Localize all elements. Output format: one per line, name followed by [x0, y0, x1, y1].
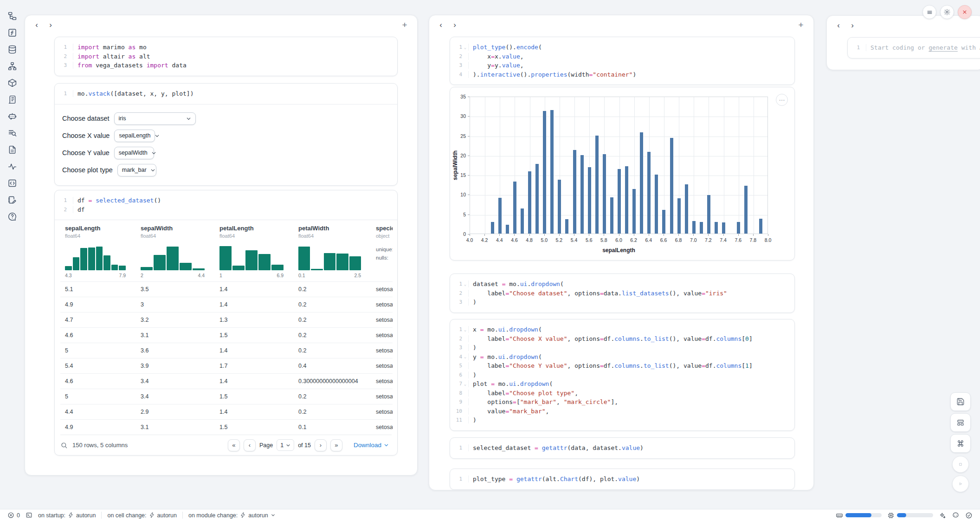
code-cell-plot[interactable]: 1⌄plot_type().encode(2 x=x.value,3 y=y.v… [450, 37, 795, 85]
code-line[interactable]: 1selected_dataset = getattr(data, datase… [450, 443, 794, 453]
column-header-petalLength[interactable]: petalLengthfloat6416.9 [215, 225, 294, 278]
column-collapse-left-button[interactable]: ‹ [31, 19, 43, 31]
outline-icon[interactable] [7, 95, 17, 104]
code-line[interactable]: 2df [55, 205, 397, 215]
code-cell-imports[interactable]: 1import marimo as mo2import altair as al… [54, 37, 398, 76]
column-expand-right-button[interactable]: › [45, 19, 57, 31]
code-line[interactable]: 1⌄plot_type().encode( [450, 43, 794, 52]
code-line[interactable]: 3 y=y.value, [450, 61, 794, 70]
terminal-button[interactable] [26, 512, 32, 519]
dropdown-choose-plot-type[interactable]: mark_bar [117, 164, 156, 176]
chart-bar[interactable] [521, 208, 524, 234]
copilot-status-button[interactable] [952, 511, 960, 519]
code-line[interactable]: 4).interactive().properties(width="conta… [450, 70, 794, 79]
scratchpad-icon[interactable] [7, 195, 17, 205]
prev-page-button[interactable]: ‹ [244, 439, 256, 451]
chart-bar[interactable] [647, 152, 651, 234]
snippets-icon[interactable] [7, 178, 17, 188]
stop-execution-button[interactable] [952, 456, 969, 473]
chart-bar[interactable] [543, 111, 546, 234]
code-line[interactable]: 4⌄y = mo.ui.dropdown( [450, 352, 794, 362]
on-cell-change-setting[interactable]: on cell change: autorun [107, 512, 177, 519]
column-collapse-left-button[interactable]: ‹ [832, 20, 845, 32]
fold-marker-icon[interactable]: ⌄ [462, 382, 468, 386]
code-line[interactable]: 1plot_type = getattr(alt.Chart(df), plot… [450, 475, 794, 484]
dropdown-choose-y-value[interactable]: sepalWidth [114, 147, 154, 159]
column-header-sepalLength[interactable]: sepalLengthfloat644.37.9 [60, 225, 136, 278]
column-expand-right-button[interactable]: › [846, 20, 858, 32]
chart-bar[interactable] [610, 197, 613, 234]
empty-code-cell[interactable]: 1 Start coding or generate with AI. [847, 37, 980, 59]
on-module-change-setting[interactable]: on module change: autorun [188, 512, 276, 519]
packages-icon[interactable] [7, 78, 17, 88]
chart-bar[interactable] [595, 136, 599, 234]
run-all-button[interactable] [952, 475, 969, 492]
fold-marker-icon[interactable]: ⌄ [462, 45, 468, 50]
documentation-icon[interactable] [7, 145, 17, 155]
code-line[interactable]: 1⌄dataset = mo.ui.dropdown( [450, 280, 794, 289]
app-layout-button[interactable] [950, 413, 971, 432]
chart-bar[interactable] [513, 182, 516, 234]
table-search-icon[interactable] [60, 442, 68, 449]
code-cell-vstack[interactable]: 1mo.vstack([dataset, x, y, plot]) Choose… [54, 83, 398, 186]
datasources-icon[interactable] [7, 45, 17, 54]
first-page-button[interactable]: « [228, 439, 240, 451]
chart-bar[interactable] [707, 195, 710, 234]
code-line[interactable]: 1mo.vstack([dataset, x, y, plot]) [55, 89, 397, 98]
add-cell-button[interactable]: + [795, 19, 807, 31]
column-expand-right-button[interactable]: › [449, 19, 461, 31]
code-cell-xy-plot-dropdowns[interactable]: 1⌄x = mo.ui.dropdown(2 label="Choose X v… [450, 319, 795, 431]
chart-bar[interactable] [670, 138, 673, 234]
fold-marker-icon[interactable]: ⌄ [462, 354, 468, 359]
page-select[interactable]: 1 [277, 439, 294, 451]
code-cell-df[interactable]: 1df = selected_dataset()2df sepalLengthf… [54, 190, 398, 456]
chart-bar[interactable] [535, 164, 539, 234]
fold-marker-icon[interactable]: ⌄ [462, 282, 468, 287]
chart-bar[interactable] [625, 166, 628, 234]
shutdown-button[interactable] [958, 5, 972, 19]
chart-bar[interactable] [558, 180, 561, 234]
ai-chat-icon[interactable] [7, 111, 17, 121]
code-line[interactable]: 2 label="Choose X value", options=df.col… [450, 334, 794, 344]
chart-bar[interactable] [737, 222, 740, 234]
chart-bar[interactable] [700, 222, 703, 234]
help-icon[interactable] [7, 212, 17, 221]
code-line[interactable]: 7⌄plot = mo.ui.dropdown( [450, 379, 794, 389]
ai-assist-button[interactable] [939, 512, 946, 519]
last-page-button[interactable]: » [330, 439, 342, 451]
code-line[interactable]: 1df = selected_dataset() [55, 196, 397, 205]
code-line[interactable]: 9 options=["mark_bar", "mark_circle"], [450, 397, 794, 407]
code-line[interactable]: 2import altair as alt [55, 52, 397, 61]
tracing-icon[interactable] [7, 162, 17, 171]
file-explorer-icon[interactable] [7, 11, 17, 21]
chart-bar[interactable] [565, 219, 568, 234]
chart-bar[interactable] [506, 225, 509, 234]
chart-bar[interactable] [528, 171, 531, 234]
chart-bar[interactable] [580, 155, 584, 234]
column-header-petalWidth[interactable]: petalWidthfloat640.12.5 [294, 225, 371, 278]
column-header-species[interactable]: speciesobjectunique:nulls: [371, 225, 393, 278]
bar-chart-plot-area[interactable] [470, 97, 768, 234]
add-cell-button[interactable]: + [399, 19, 411, 31]
chart-bar[interactable] [618, 169, 621, 234]
code-cell-dataset-dropdown[interactable]: 1⌄dataset = mo.ui.dropdown(2 label="Choo… [450, 274, 795, 313]
dependency-graph-icon[interactable] [7, 61, 17, 71]
code-line[interactable]: 8 label="Choose plot type", [450, 389, 794, 398]
chart-bar[interactable] [640, 132, 643, 234]
dropdown-choose-dataset[interactable]: iris [114, 112, 196, 125]
code-line[interactable]: 6) [450, 371, 794, 380]
variables-icon[interactable] [7, 28, 17, 38]
chart-bar[interactable] [715, 222, 718, 234]
code-line[interactable]: 1⌄x = mo.ui.dropdown( [450, 325, 794, 334]
code-line[interactable]: 3) [450, 343, 794, 352]
code-line[interactable]: 1import marimo as mo [55, 43, 397, 52]
code-line[interactable]: 3from vega_datasets import data [55, 61, 397, 70]
save-button[interactable] [950, 392, 971, 411]
chart-bar[interactable] [662, 210, 665, 234]
chart-bar[interactable] [573, 150, 576, 234]
error-indicator[interactable]: 0 [7, 512, 20, 519]
code-cell-plot-type[interactable]: 1plot_type = getattr(alt.Chart(df), plot… [450, 469, 795, 490]
chart-bar[interactable] [677, 198, 681, 234]
chart-bar[interactable] [491, 222, 494, 234]
column-header-sepalWidth[interactable]: sepalWidthfloat6424.4 [136, 225, 215, 278]
